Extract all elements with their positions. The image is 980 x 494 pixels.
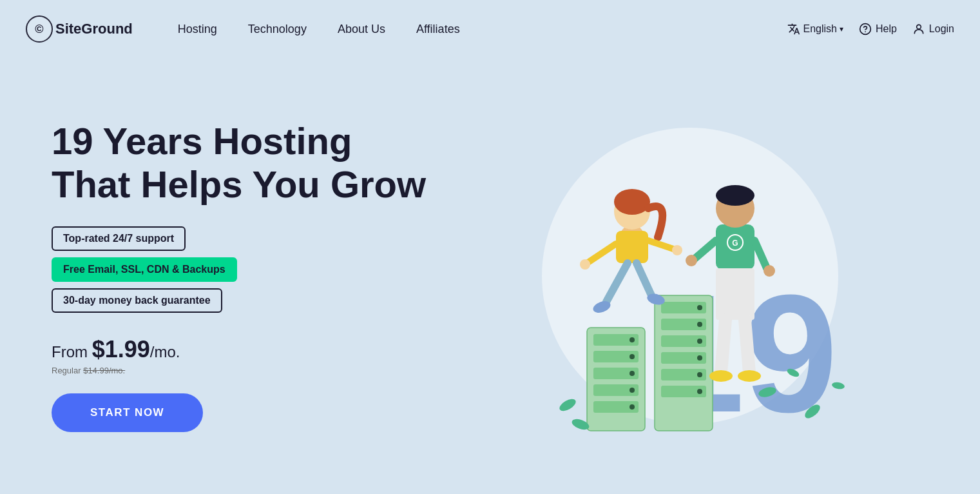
price-regular: Regular $14.99/mo. [52,366,438,375]
badge-free-features: Free Email, SSL, CDN & Backups [52,257,237,282]
svg-point-33 [614,189,650,215]
help-icon [859,23,872,35]
price-period: /mo. [150,343,180,361]
logo-text: SiteGround [55,21,133,37]
nav-right: English ▾ Help Login [787,23,954,35]
svg-point-5 [917,25,921,29]
svg-text:©: © [35,23,43,35]
svg-rect-34 [616,231,648,263]
svg-point-27 [697,339,702,344]
svg-line-53 [693,241,716,260]
login-link[interactable]: Login [912,23,954,35]
price-regular-value: $14.99/mo. [83,366,125,375]
logo-link[interactable]: © SiteGround [26,15,133,43]
svg-point-14 [629,354,635,359]
hero-title-line2: That Helps You Grow [52,163,426,205]
nav-hosting[interactable]: Hosting [165,17,230,41]
pricing-block: From $1.99/mo. Regular $14.99/mo. [52,336,438,375]
hero-badges: Top-rated 24/7 support Free Email, SSL, … [52,226,438,313]
svg-point-56 [764,265,775,277]
svg-point-57 [557,397,577,413]
login-label: Login [929,23,954,35]
navbar: © SiteGround Hosting Technology About Us… [0,0,980,58]
nav-technology[interactable]: Technology [235,17,320,41]
price-regular-label: Regular [52,366,81,375]
translate-icon [787,23,800,35]
help-link[interactable]: Help [859,23,897,35]
price-amount: $1.99 [92,336,150,362]
svg-point-52 [738,370,761,382]
svg-line-39 [587,244,616,263]
svg-point-26 [697,322,702,327]
svg-point-16 [629,388,635,393]
start-now-button[interactable]: START NOW [52,393,203,432]
svg-point-29 [697,372,702,377]
svg-point-25 [697,305,702,310]
language-label: English [803,23,836,35]
svg-point-4 [865,31,866,32]
nav-links: Hosting Technology About Us Affiliates [165,17,788,41]
svg-line-36 [637,263,651,295]
badge-money-back: 30-day money back guarantee [52,288,222,313]
svg-text:G: G [732,239,738,248]
nav-affiliates[interactable]: Affiliates [403,17,473,41]
badge-support: Top-rated 24/7 support [52,226,186,251]
price-display: From $1.99/mo. [52,336,438,363]
svg-rect-48 [716,268,754,320]
chevron-down-icon: ▾ [840,25,843,34]
svg-point-15 [629,371,635,376]
svg-point-42 [580,259,590,270]
svg-line-35 [606,263,628,302]
svg-point-17 [629,404,635,410]
hero-title-line1: 19 Years Hosting [52,120,352,162]
svg-point-30 [697,389,702,394]
svg-point-41 [672,245,682,255]
svg-point-28 [697,355,702,361]
language-selector[interactable]: English ▾ [787,23,843,35]
nav-about-us[interactable]: About Us [325,17,398,41]
hero-illustration: 19 [438,95,941,457]
hero-content: 19 Years Hosting That Helps You Grow Top… [52,120,438,432]
svg-line-50 [745,320,749,373]
svg-point-51 [709,370,733,382]
svg-line-49 [721,320,725,373]
svg-point-13 [629,337,635,342]
login-icon [912,23,925,35]
hero-svg-illustration: 19 [503,95,877,457]
hero-title: 19 Years Hosting That Helps You Grow [52,120,438,206]
help-label: Help [876,23,897,35]
svg-point-55 [686,255,697,266]
price-from-label: From [52,343,88,361]
logo-icon: © [26,15,53,43]
svg-point-45 [716,185,754,206]
hero-section: 19 Years Hosting That Helps You Grow Top… [0,58,980,494]
